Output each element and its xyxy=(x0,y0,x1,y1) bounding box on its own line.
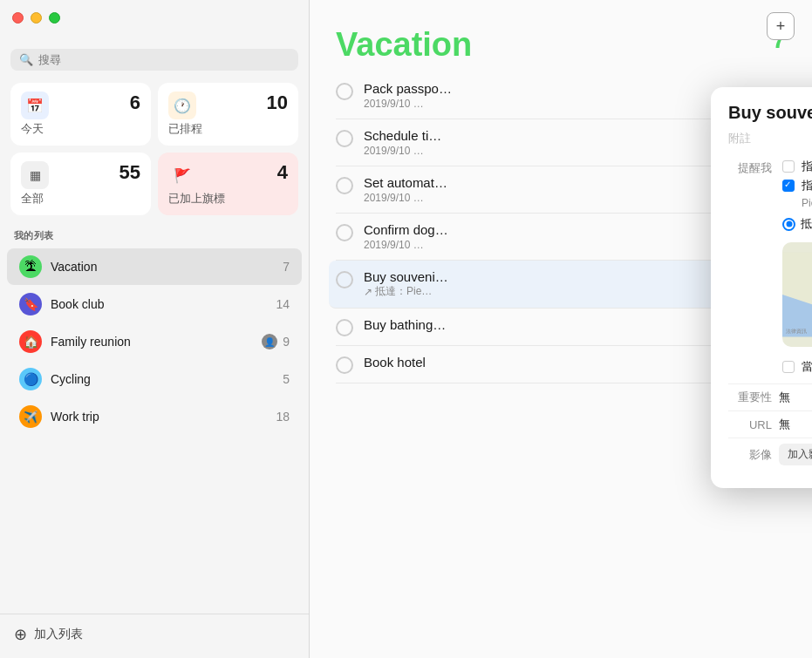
communicate-label: 當與某人傳訊時 xyxy=(802,359,812,375)
task-checkbox-6[interactable] xyxy=(336,319,353,336)
today-count: 6 xyxy=(130,92,140,114)
importance-row: 重要性 無 xyxy=(728,383,812,410)
search-input[interactable] xyxy=(38,53,290,66)
communicate-checkbox[interactable] xyxy=(782,361,795,373)
search-bar[interactable]: 🔍 xyxy=(10,49,298,71)
sidebar-item-cycling[interactable]: 🔵 Cycling 5 xyxy=(7,361,302,397)
remind-label: 提醒我 xyxy=(728,159,772,176)
scheduled-icon: 🕐 xyxy=(168,92,196,119)
sidebar-item-book-club[interactable]: 🔖 Book club 14 xyxy=(7,286,302,322)
image-row: 影像 加入影像… xyxy=(728,438,812,471)
url-value: 無 xyxy=(779,417,790,432)
map-container[interactable]: 141 公尺 Pier 33 法律資訊 Kearny St xyxy=(782,242,812,347)
main-area: + Vacation 7 Pack passpo… 2019/9/10 … Sc… xyxy=(310,0,812,658)
family-reunion-name: Family reunion xyxy=(51,335,253,349)
smart-lists: 📅 6 今天 🕐 10 已排程 ▦ 55 全部 🚩 4 xyxy=(0,83,309,229)
all-count: 55 xyxy=(119,161,140,184)
maximize-button[interactable] xyxy=(49,12,60,24)
add-list-icon: ⊕ xyxy=(14,625,27,644)
add-task-icon: + xyxy=(776,17,786,36)
work-trip-icon: ✈️ xyxy=(19,405,42,428)
flagged-icon: 🚩 xyxy=(168,161,196,189)
remind-me-row: 提醒我 指定日期 指定位置 Pier 33 抵達 xyxy=(728,159,812,375)
specific-date-checkbox[interactable] xyxy=(782,160,795,173)
arrive-radio[interactable] xyxy=(782,218,795,231)
detail-header: Buy souvenirs 🚩 xyxy=(728,103,812,127)
specific-location-checkbox[interactable] xyxy=(782,180,795,192)
task-checkbox-7[interactable] xyxy=(336,356,353,374)
book-club-icon: 🔖 xyxy=(19,293,42,315)
flagged-label: 已加上旗標 xyxy=(168,191,288,207)
importance-value: 無 xyxy=(779,390,790,405)
book-club-name: Book club xyxy=(51,297,267,311)
list-items: 🏝 Vacation 7 🔖 Book club 14 🏠 Family reu… xyxy=(0,248,309,614)
minimize-button[interactable] xyxy=(31,12,42,24)
url-label: URL xyxy=(728,418,772,431)
add-task-button[interactable]: + xyxy=(767,12,795,40)
arrive-label: 抵達 xyxy=(801,216,812,232)
family-reunion-icon: 🏠 xyxy=(19,330,42,353)
sidebar-item-vacation[interactable]: 🏝 Vacation 7 xyxy=(7,248,302,285)
smart-card-flagged[interactable]: 🚩 4 已加上旗標 xyxy=(158,153,298,215)
task-checkbox-1[interactable] xyxy=(336,83,353,100)
sidebar-item-family-reunion[interactable]: 🏠 Family reunion 👤 9 xyxy=(7,323,302,360)
specific-date-label: 指定日期 xyxy=(802,159,812,174)
traffic-lights xyxy=(12,12,60,24)
family-reunion-count: 9 xyxy=(283,335,290,349)
today-label: 今天 xyxy=(21,121,140,137)
map-svg: 141 公尺 Pier 33 法律資訊 Kearny St xyxy=(782,242,812,347)
sidebar-item-work-trip[interactable]: ✈️ Work trip 18 xyxy=(7,398,302,435)
work-trip-count: 18 xyxy=(276,410,290,424)
task-checkbox-3[interactable] xyxy=(336,177,353,194)
scheduled-label: 已排程 xyxy=(168,121,288,137)
smart-card-all[interactable]: ▦ 55 全部 xyxy=(10,153,151,215)
specific-location-row: 指定位置 xyxy=(782,178,812,193)
main-header: Vacation 7 xyxy=(310,0,812,72)
add-list-label: 加入列表 xyxy=(34,627,83,642)
cycling-icon: 🔵 xyxy=(19,368,42,390)
cycling-name: Cycling xyxy=(51,372,274,386)
work-trip-name: Work trip xyxy=(51,410,267,424)
main-title: Vacation xyxy=(336,26,472,64)
all-label: 全部 xyxy=(21,191,140,207)
detail-panel: Buy souvenirs 🚩 附註 提醒我 指定日期 指定位置 Pier 33 xyxy=(711,87,812,488)
all-icon: ▦ xyxy=(21,161,49,189)
smart-card-scheduled[interactable]: 🕐 10 已排程 xyxy=(158,83,298,146)
task-checkbox-4[interactable] xyxy=(336,224,353,241)
sidebar: 🔍 📅 6 今天 🕐 10 已排程 ▦ 55 全部 xyxy=(0,0,310,658)
add-image-button[interactable]: 加入影像… xyxy=(779,444,812,465)
flagged-count: 4 xyxy=(277,161,288,184)
image-label: 影像 xyxy=(728,447,772,463)
family-avatar: 👤 xyxy=(262,334,277,349)
smart-card-today[interactable]: 📅 6 今天 xyxy=(10,83,151,146)
scheduled-count: 10 xyxy=(267,92,288,114)
arrive-option[interactable]: 抵達 xyxy=(782,216,812,232)
location-arrow-icon: ↗ xyxy=(364,286,372,298)
today-icon: 📅 xyxy=(21,92,49,119)
arrive-leave-row: 抵達 離開 xyxy=(782,216,812,232)
vacation-count: 7 xyxy=(283,260,290,274)
book-club-count: 14 xyxy=(276,297,290,311)
task-checkbox-5[interactable] xyxy=(336,271,353,288)
vacation-icon: 🏝 xyxy=(19,255,42,278)
my-lists-header: 我的列表 xyxy=(0,229,309,248)
close-button[interactable] xyxy=(12,12,24,24)
location-sublabel: Pier 33 xyxy=(802,197,812,209)
url-row: URL 無 xyxy=(728,410,812,438)
task-checkbox-2[interactable] xyxy=(336,130,353,147)
svg-text:法律資訊: 法律資訊 xyxy=(786,329,807,336)
cycling-count: 5 xyxy=(283,372,290,386)
map-background: 141 公尺 Pier 33 法律資訊 Kearny St xyxy=(782,242,812,347)
specific-location-label: 指定位置 xyxy=(802,178,812,193)
detail-title: Buy souvenirs xyxy=(728,103,812,123)
vacation-name: Vacation xyxy=(51,260,274,274)
specific-date-row: 指定日期 xyxy=(782,159,812,174)
add-list-button[interactable]: ⊕ 加入列表 xyxy=(0,614,309,658)
importance-label: 重要性 xyxy=(728,390,772,405)
detail-note-label: 附註 xyxy=(728,131,812,146)
communicate-row: 當與某人傳訊時 xyxy=(782,359,812,375)
search-icon: 🔍 xyxy=(19,53,33,66)
reminder-options: 指定日期 指定位置 Pier 33 抵達 離開 xyxy=(782,159,812,375)
